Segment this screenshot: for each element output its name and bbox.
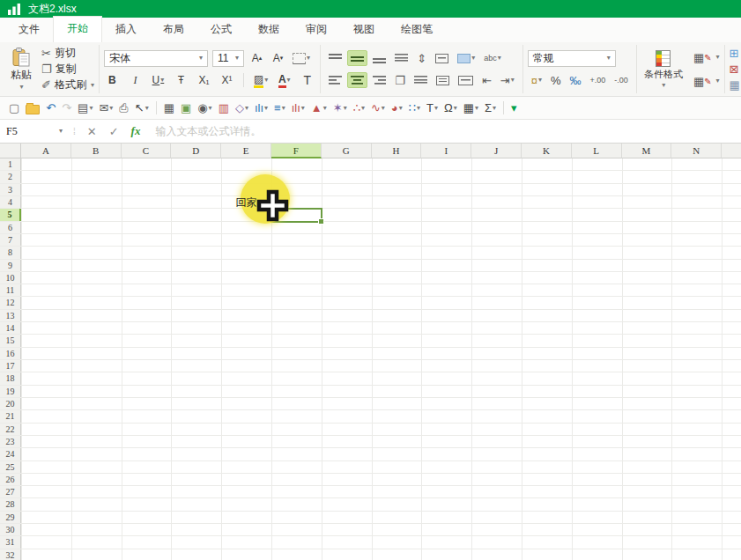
bar-chart-button[interactable]: ≡▾ — [271, 101, 288, 114]
format-as-table-button[interactable]: ▦✎ ▾ — [693, 49, 720, 65]
col-header-F[interactable]: F — [271, 144, 322, 158]
select-all-corner[interactable] — [0, 144, 21, 158]
row-header-8[interactable]: 8 — [0, 247, 21, 258]
fit-width-button[interactable] — [455, 73, 477, 88]
picture-button[interactable]: ▣ — [178, 101, 194, 114]
tab-data[interactable]: 数据 — [245, 18, 293, 42]
font-color-button[interactable]: A▾ — [276, 73, 293, 88]
col-header-C[interactable]: C — [122, 144, 172, 158]
pie-chart-button[interactable]: ◕▾ — [389, 101, 405, 114]
shrink-font-button[interactable]: A▾ — [270, 52, 286, 64]
row-19[interactable]: 19 — [0, 386, 741, 398]
tab-view[interactable]: 视图 — [340, 18, 388, 42]
shrink-text-button[interactable]: abc▾ — [480, 52, 505, 65]
row-header-28[interactable]: 28 — [0, 498, 21, 510]
row-6[interactable]: 6 — [0, 222, 741, 234]
row-header-5[interactable]: 5 — [0, 209, 21, 220]
row-header-30[interactable]: 30 — [0, 524, 21, 535]
col-header-B[interactable]: B — [71, 144, 122, 158]
format-painter-button[interactable]: ✐ 格式刷 ▾ — [41, 77, 94, 93]
shapes-button[interactable]: ◇▾ — [233, 101, 251, 114]
row-7[interactable]: 7 — [0, 234, 741, 247]
select-cursor-button[interactable]: ↖▾ — [132, 101, 152, 114]
row-1[interactable]: 1 — [0, 158, 741, 171]
align-center-button[interactable] — [347, 72, 367, 88]
email-button[interactable]: ✉▾ — [96, 101, 115, 114]
column-chart-button[interactable]: ılı▾ — [252, 101, 270, 114]
row-21[interactable]: 21 — [0, 410, 741, 423]
row-header-22[interactable]: 22 — [0, 424, 21, 435]
row-22[interactable]: 22 — [0, 424, 741, 436]
pyramid-chart-button[interactable]: ▲▾ — [308, 101, 330, 114]
row-header-18[interactable]: 18 — [0, 372, 21, 384]
fill-color-button[interactable]: ▨▾ — [252, 73, 270, 88]
new-file-button[interactable]: ▢ — [6, 101, 22, 114]
col-header-J[interactable]: J — [471, 144, 522, 158]
col-header-M[interactable]: M — [622, 144, 672, 158]
undo-button[interactable]: ↶ — [43, 101, 58, 114]
increase-indent-button[interactable]: ⇥▾ — [497, 72, 518, 89]
scatter-x-chart-button[interactable]: ∴▾ — [351, 101, 367, 114]
row-header-6[interactable]: 6 — [0, 222, 21, 233]
col-header-I[interactable]: I — [421, 144, 471, 158]
row-header-26[interactable]: 26 — [0, 474, 21, 485]
decrease-indent-button[interactable]: ⇤ — [478, 72, 495, 89]
currency-button[interactable]: ¤▾ — [528, 72, 545, 89]
row-header-19[interactable]: 19 — [0, 386, 21, 397]
paste-button[interactable]: 粘贴 ▾ — [8, 47, 34, 92]
format-cells-button[interactable]: ▦ 格式 — [730, 77, 741, 93]
col-header-D[interactable]: D — [171, 144, 221, 158]
scatter-chart-button[interactable]: ∷▾ — [406, 101, 423, 114]
row-header-12[interactable]: 12 — [0, 297, 21, 308]
row-header-16[interactable]: 16 — [0, 348, 21, 359]
row-header-24[interactable]: 24 — [0, 448, 21, 460]
col-header-A[interactable]: A — [21, 144, 71, 158]
distribute-text-button[interactable] — [433, 73, 453, 88]
symbol-omega-button[interactable]: Ω▾ — [441, 101, 460, 114]
text-box-button[interactable]: T▾ — [424, 101, 441, 114]
cell-style-button[interactable]: ▦✎ ▾ — [693, 73, 720, 89]
row-16[interactable]: 16 — [0, 348, 741, 360]
col-header-N[interactable]: N — [671, 144, 722, 158]
italic-button[interactable]: I — [127, 74, 144, 87]
font-size-select[interactable]: 11 ▾ — [212, 50, 244, 67]
row-header-2[interactable]: 2 — [0, 171, 21, 182]
toolbar-options-button[interactable]: ▾ — [508, 101, 520, 114]
col-header-L[interactable]: L — [572, 144, 622, 158]
valign-top-button[interactable] — [325, 50, 345, 66]
radar-chart-button[interactable]: ✶▾ — [330, 101, 350, 114]
row-5[interactable]: 5 — [0, 209, 741, 221]
row-header-13[interactable]: 13 — [0, 310, 21, 321]
row-15[interactable]: 15 — [0, 335, 741, 347]
row-header-14[interactable]: 14 — [0, 322, 21, 334]
align-left-button[interactable] — [325, 72, 345, 88]
text-effects-button[interactable]: T — [299, 73, 315, 87]
insert-table-button[interactable]: ▦▾ — [461, 101, 481, 114]
row-header-10[interactable]: 10 — [0, 272, 21, 284]
row-header-20[interactable]: 20 — [0, 398, 21, 409]
row-32[interactable]: 32 — [0, 549, 741, 560]
underline-button[interactable]: U▾ — [150, 74, 167, 86]
percent-button[interactable]: % — [547, 72, 565, 89]
row-24[interactable]: 24 — [0, 448, 741, 461]
tab-insert[interactable]: 插入 — [102, 18, 150, 42]
col-header-E[interactable]: E — [221, 144, 271, 158]
merge-center-button[interactable]: ▾ — [454, 51, 478, 66]
sheet-grid[interactable]: ABCDEFGHIJKLMNO 123456789101112131415161… — [0, 144, 741, 560]
font-family-select[interactable]: 宋体 ▾ — [104, 50, 208, 67]
row-2[interactable]: 2 — [0, 171, 741, 183]
row-8[interactable]: 8 — [0, 247, 741, 259]
row-20[interactable]: 20 — [0, 398, 741, 410]
row-14[interactable]: 14 — [0, 322, 741, 335]
row-header-32[interactable]: 32 — [0, 549, 21, 560]
conditional-format-button[interactable]: 条件格式 ▾ — [641, 49, 685, 90]
row-header-7[interactable]: 7 — [0, 234, 21, 246]
formula-input-placeholder[interactable]: 输入文本或公式详情。 — [155, 124, 261, 139]
row-31[interactable]: 31 — [0, 536, 741, 549]
row-17[interactable]: 17 — [0, 360, 741, 372]
autosum-sigma-button[interactable]: Σ▾ — [482, 101, 499, 114]
wrap-text-button[interactable] — [432, 51, 452, 66]
row-28[interactable]: 28 — [0, 498, 741, 511]
delete-cells-button[interactable]: ⊠ 删除 — [730, 62, 741, 77]
tab-ink[interactable]: 绘图笔 — [388, 18, 446, 42]
